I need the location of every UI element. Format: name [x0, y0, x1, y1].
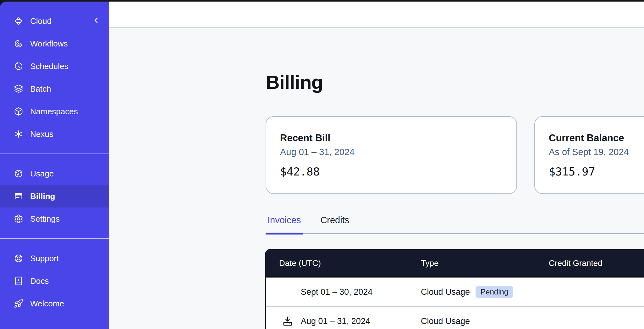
batch-icon: [14, 84, 23, 94]
temporal-logo-icon: [14, 16, 23, 26]
sidebar-item-batch[interactable]: Batch: [0, 78, 109, 100]
download-invoice-button[interactable]: [282, 316, 293, 327]
sidebar-item-label: Welcome: [30, 299, 64, 309]
top-bar: [109, 2, 644, 28]
sidebar-item-cloud[interactable]: Cloud: [0, 10, 109, 32]
sidebar-item-label: Namespaces: [30, 107, 78, 116]
table-header-row: Date (UTC) Type Credit Granted: [266, 250, 644, 278]
sidebar-divider: [0, 154, 109, 154]
sidebar-item-label: Docs: [30, 276, 49, 286]
tab-credits[interactable]: Credits: [318, 214, 351, 233]
column-header-credit-granted: Credit Granted: [549, 258, 644, 268]
sidebar-item-label: Support: [30, 254, 59, 263]
card-title: Recent Bill: [280, 132, 503, 144]
status-badge: Pending: [476, 286, 513, 298]
sidebar-item-label: Settings: [30, 214, 60, 224]
main-content: Billing Recent Bill Aug 01 – 31, 2024 $4…: [109, 2, 644, 329]
namespaces-icon: [14, 107, 23, 116]
sidebar-item-workflows[interactable]: Workflows: [0, 32, 109, 55]
sidebar-item-label: Cloud: [30, 16, 52, 26]
sidebar-item-label: Billing: [30, 191, 55, 201]
support-icon: [14, 254, 23, 263]
collapse-sidebar-button[interactable]: [92, 16, 102, 26]
sidebar-item-usage[interactable]: Usage: [0, 162, 109, 185]
invoices-table: Date (UTC) Type Credit Granted Sept 01 –…: [265, 249, 644, 329]
recent-bill-card: Recent Bill Aug 01 – 31, 2024 $42.88: [266, 116, 517, 194]
card-amount: $315.97: [549, 165, 644, 178]
chevron-left-icon: [92, 16, 100, 26]
sidebar-item-billing[interactable]: Billing: [0, 185, 109, 208]
table-row: Aug 01 – 31, 2024 Cloud Usage: [266, 306, 644, 329]
page-title: Billing: [266, 71, 323, 93]
card-amount: $42.88: [280, 165, 503, 178]
sidebar-item-label: Workflows: [30, 39, 68, 49]
sidebar-divider: [0, 238, 109, 239]
invoice-date: Sept 01 – 30, 2024: [266, 287, 421, 297]
billing-icon: [14, 191, 23, 201]
usage-icon: [14, 169, 23, 178]
sidebar-item-label: Batch: [30, 84, 51, 94]
invoice-type: Cloud Usage: [421, 316, 470, 326]
card-title: Current Balance: [549, 132, 644, 144]
invoice-type: Cloud Usage: [421, 287, 470, 297]
download-icon: [282, 320, 293, 329]
table-row: Sept 01 – 30, 2024 Cloud Usage Pending: [266, 278, 644, 306]
nexus-icon: [14, 129, 23, 139]
sidebar-item-nexus[interactable]: Nexus: [0, 123, 109, 145]
column-header-type: Type: [421, 258, 549, 268]
card-as-of-date: As of Sept 19, 2024: [549, 147, 644, 157]
sidebar: Cloud Workflows Schedules Batch Namespac…: [0, 2, 109, 329]
card-period: Aug 01 – 31, 2024: [280, 147, 503, 157]
current-balance-card: Current Balance As of Sept 19, 2024 $315…: [534, 116, 644, 194]
sidebar-item-settings[interactable]: Settings: [0, 208, 109, 230]
sidebar-item-label: Schedules: [30, 62, 68, 71]
sidebar-item-welcome[interactable]: Welcome: [0, 292, 109, 315]
column-header-date: Date (UTC): [266, 258, 421, 268]
sidebar-item-namespaces[interactable]: Namespaces: [0, 100, 109, 123]
tab-invoices[interactable]: Invoices: [266, 214, 303, 233]
sidebar-item-docs[interactable]: Docs: [0, 270, 109, 292]
docs-icon: [14, 276, 23, 286]
sidebar-item-label: Nexus: [30, 129, 53, 139]
sidebar-item-schedules[interactable]: Schedules: [0, 55, 109, 78]
summary-cards: Recent Bill Aug 01 – 31, 2024 $42.88 Cur…: [266, 116, 644, 194]
sidebar-item-support[interactable]: Support: [0, 247, 109, 270]
sidebar-item-label: Usage: [30, 169, 54, 179]
schedules-icon: [14, 62, 23, 71]
workflows-icon: [14, 39, 23, 48]
welcome-rocket-icon: [14, 299, 23, 308]
billing-tabs: Invoices Credits: [266, 214, 644, 234]
settings-icon: [14, 214, 23, 224]
